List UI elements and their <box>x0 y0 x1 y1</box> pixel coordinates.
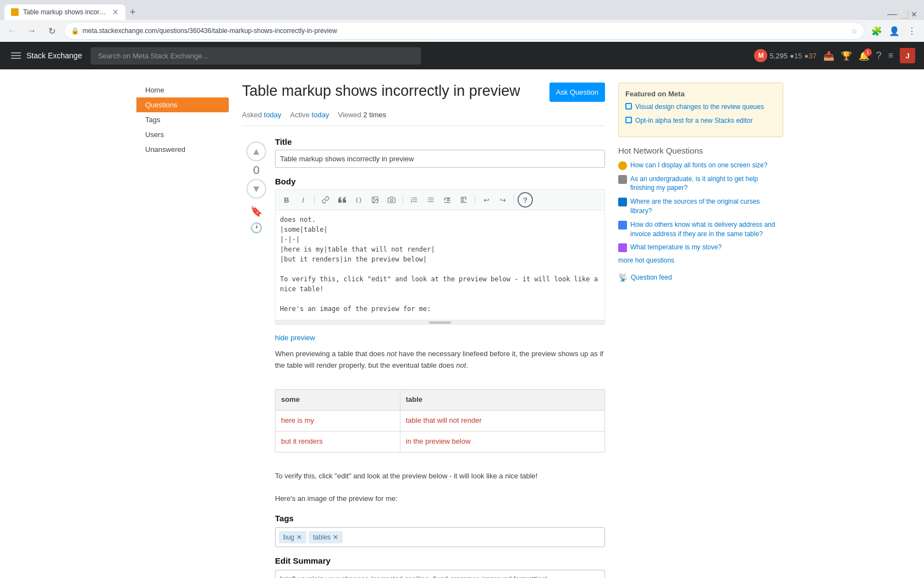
site-logo[interactable]: Stack Exchange <box>9 50 82 61</box>
hot-link-5[interactable]: What temperature is my stove? <box>630 243 722 252</box>
hot-link-3[interactable]: Where are the sources of the original cu… <box>630 197 783 216</box>
inbox-icon[interactable]: 📥 <box>823 51 834 61</box>
toolbar-redo-btn[interactable]: ↪ <box>495 192 510 208</box>
vote-down-btn[interactable]: ▼ <box>246 179 266 199</box>
svg-point-1 <box>373 198 375 199</box>
editor-scrollbar[interactable] <box>276 320 604 324</box>
content-area: Table markup shows incorrectly in previe… <box>242 83 605 578</box>
hamburger-right-icon[interactable]: ≡ <box>888 51 893 61</box>
site-search[interactable] <box>91 47 421 64</box>
edit-summary-label: Edit Summary <box>275 556 605 565</box>
hamburger-icon[interactable] <box>9 50 23 61</box>
close-btn[interactable]: ✕ <box>911 10 917 19</box>
sidebar-item-users[interactable]: Users <box>141 127 229 142</box>
preview-table: some table here is my table that will no… <box>275 389 605 452</box>
menu-btn[interactable]: ⋮ <box>904 23 920 39</box>
sidebar-item-tags[interactable]: Tags <box>141 112 229 127</box>
toolbar-outdent-btn[interactable] <box>456 192 471 208</box>
body-label: Body <box>275 177 605 186</box>
browser-chrome: Table markup shows incorrectly ✕ + — ⬜ ✕… <box>0 0 924 42</box>
featured-link-2[interactable]: Opt-in alpha test for a new Stacks edito… <box>635 116 752 126</box>
ask-question-button[interactable]: Ask Question <box>549 83 605 102</box>
hot-link-4[interactable]: How do others know what is delivery addr… <box>630 220 783 239</box>
vote-count: 0 <box>253 163 260 177</box>
toolbar-code-btn[interactable]: {} <box>351 192 366 208</box>
body-textarea[interactable]: does not. |some|table| |-|-| |here is my… <box>276 210 604 318</box>
tags-container[interactable]: bug ✕ tables ✕ <box>275 527 605 547</box>
toolbar-bold-btn[interactable]: B <box>279 192 294 208</box>
edit-summary-field-row: Edit Summary <box>275 556 605 578</box>
tag-bug[interactable]: bug ✕ <box>279 531 306 543</box>
hot-link-2[interactable]: As an undergraduate, is it alright to ge… <box>630 175 783 193</box>
logo-text: Stack Exchange <box>26 51 82 60</box>
tab-close-btn[interactable]: ✕ <box>112 8 119 17</box>
featured-link-1[interactable]: Visual design changes to the review queu… <box>635 102 764 112</box>
toolbar-ul-btn[interactable] <box>423 192 438 208</box>
editor-toolbar: B I {} <box>276 190 604 210</box>
vote-up-btn[interactable]: ▲ <box>246 141 266 161</box>
back-btn[interactable]: ← <box>4 23 20 39</box>
bookmark-btn[interactable]: 🔖 <box>250 205 262 217</box>
vote-editor-wrapper: ▲ 0 ▼ 🔖 🕐 Title Body <box>242 137 605 578</box>
hot-item-icon-1 <box>618 161 627 170</box>
vote-section: ▲ 0 ▼ 🔖 🕐 <box>242 137 271 578</box>
star-icon[interactable]: ☆ <box>851 27 857 35</box>
achievements-icon[interactable]: 🏆 <box>841 51 852 61</box>
search-input[interactable] <box>91 47 421 64</box>
hot-link-1[interactable]: How can I display all fonts on one scree… <box>630 161 767 170</box>
table-header-table: table <box>400 390 604 411</box>
tag-tables[interactable]: tables ✕ <box>309 531 343 543</box>
title-field-row: Title <box>275 137 605 168</box>
hide-preview-link[interactable]: hide preview <box>275 334 605 342</box>
meta-viewed: Viewed 2 times <box>338 111 386 119</box>
meta-active: Active today <box>290 111 329 119</box>
minimize-btn[interactable]: — <box>887 8 897 20</box>
question-feed-link[interactable]: Question feed <box>631 274 672 281</box>
toolbar-help-btn[interactable]: ? <box>518 192 533 208</box>
user-avatar[interactable]: J <box>900 48 915 63</box>
toolbar-camera-btn[interactable] <box>384 192 399 208</box>
inbox-icon-wrap[interactable]: 📥 <box>823 51 834 61</box>
hot-item-2: As an undergraduate, is it alright to ge… <box>618 175 783 193</box>
toolbar-ol-btn[interactable] <box>406 192 422 208</box>
edit-summary-input[interactable] <box>275 570 605 578</box>
tags-label: Tags <box>275 514 605 523</box>
maximize-btn[interactable]: ⬜ <box>899 10 909 19</box>
profile-btn[interactable]: 👤 <box>887 23 902 39</box>
site-header: Stack Exchange M 5,295 ●15 ●37 📥 🏆 🔔 1 ?… <box>0 42 924 69</box>
preview-content: When previewing a table that does not ha… <box>275 348 605 505</box>
hot-item-icon-3 <box>618 198 627 206</box>
rss-icon: 📡 <box>618 273 628 282</box>
toolbar-image-btn[interactable] <box>367 192 383 208</box>
featured-item-2: Opt-in alpha test for a new Stacks edito… <box>625 116 776 126</box>
more-hot-link[interactable]: more hot questions <box>618 257 783 264</box>
browser-actions: 🧩 👤 ⋮ <box>869 23 920 39</box>
toolbar-link-btn[interactable] <box>318 192 333 208</box>
featured-item-1: Visual design changes to the review queu… <box>625 102 776 112</box>
tag-bug-remove[interactable]: ✕ <box>296 533 302 541</box>
forward-btn[interactable]: → <box>24 23 40 39</box>
notification-icon-wrap[interactable]: 🔔 1 <box>859 51 870 61</box>
history-btn[interactable]: 🕐 <box>250 222 262 234</box>
address-bar[interactable]: 🔒 meta.stackexchange.com/questions/36043… <box>64 22 865 40</box>
help-icon[interactable]: ? <box>876 50 882 62</box>
toolbar-quote-btn[interactable] <box>334 192 350 208</box>
toolbar-indent-btn[interactable] <box>439 192 455 208</box>
new-tab-btn[interactable]: + <box>125 7 140 18</box>
sidebar-item-unanswered[interactable]: Unanswered <box>141 142 229 157</box>
extensions-btn[interactable]: 🧩 <box>869 23 884 39</box>
toolbar-italic-btn[interactable]: I <box>295 192 311 208</box>
tag-tables-label: tables <box>313 533 331 541</box>
table-header-some: some <box>276 390 400 411</box>
achievements-icon-wrap[interactable]: 🏆 <box>841 51 852 61</box>
table-header-row: some table <box>276 390 605 411</box>
refresh-btn[interactable]: ↻ <box>44 23 59 39</box>
sidebar-item-questions[interactable]: Questions <box>136 97 229 112</box>
title-input[interactable] <box>275 150 605 168</box>
sidebar-item-home[interactable]: Home <box>141 83 229 97</box>
toolbar-undo-btn[interactable]: ↩ <box>479 192 494 208</box>
toolbar-sep-4 <box>514 194 514 205</box>
tag-tables-remove[interactable]: ✕ <box>333 533 338 541</box>
browser-tab-active[interactable]: Table markup shows incorrectly ✕ <box>4 4 125 20</box>
editor-section: B I {} <box>275 189 605 325</box>
